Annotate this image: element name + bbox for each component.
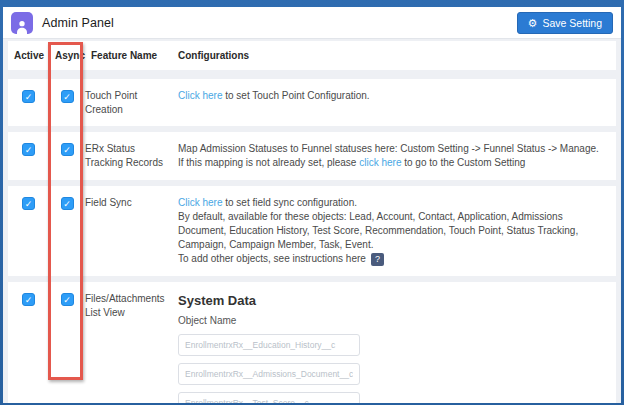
object-name-label: Object Name [178,314,606,328]
table-row-touch-point-creation: ✓ ✓ Touch Point Creation Click here to s… [8,79,616,126]
active-checkbox[interactable]: ✓ [22,143,35,156]
admin-panel: Admin Panel ⚙ Save Setting Active Async … [3,7,621,403]
config-text: to go to the Custom Setting [401,157,525,168]
click-here-link[interactable]: Click here [178,90,222,101]
configuration-cell: Click here to set Touch Point Configurat… [174,89,616,103]
column-header-async: Async [49,50,85,61]
async-checkbox[interactable]: ✓ [61,293,74,306]
config-text-objects: By default, available for these objects:… [178,211,578,250]
admin-avatar-icon [11,12,33,34]
config-text: to set Touch Point Configuration. [222,90,369,101]
save-setting-label: Save Setting [542,17,602,29]
table-row-files-attachments: ✓ ✓ Files/Attachments List View System D… [8,282,616,403]
gear-icon: ⚙ [528,18,538,28]
system-data-heading: System Data [178,292,606,310]
configuration-cell: System Data Object Name + [174,292,616,403]
feature-name-label: ERx Status Tracking Records [85,142,174,169]
page-title: Admin Panel [42,16,114,30]
table-row-field-sync: ✓ ✓ Field Sync Click here to set field s… [8,186,616,276]
async-checkbox[interactable]: ✓ [61,197,74,210]
config-text-instructions: To add other objects, see instructions h… [178,253,366,264]
feature-name-label: Files/Attachments List View [85,292,174,319]
active-checkbox[interactable]: ✓ [22,90,35,103]
object-name-input-education-history[interactable] [178,334,360,356]
object-name-input-admissions-document[interactable] [178,363,360,385]
click-here-link[interactable]: Click here [178,197,222,208]
table-row-erx-status-tracking: ✓ ✓ ERx Status Tracking Records Map Admi… [8,132,616,180]
configuration-cell: Click here to set field sync configurati… [174,196,616,266]
column-header-configurations: Configurations [174,50,616,61]
table-header-row: Active Async Feature Name Configurations [8,41,616,70]
feature-name-label: Field Sync [85,196,174,210]
column-header-active: Active [8,50,49,61]
config-text: to set field sync configuration. [222,197,357,208]
configuration-cell: Map Admission Statuses to Funnel statuse… [174,142,616,170]
async-checkbox[interactable]: ✓ [61,143,74,156]
save-setting-button-top[interactable]: ⚙ Save Setting [517,12,613,34]
feature-name-label: Touch Point Creation [85,89,174,116]
active-checkbox[interactable]: ✓ [22,293,35,306]
panel-header: Admin Panel ⚙ Save Setting [3,7,621,39]
help-icon[interactable]: ? [371,253,384,266]
async-checkbox[interactable]: ✓ [61,90,74,103]
column-header-feature-name: Feature Name [85,50,174,61]
feature-table: Active Async Feature Name Configurations… [3,39,621,403]
object-name-input-test-score[interactable] [178,392,360,403]
click-here-link[interactable]: click here [359,157,401,168]
active-checkbox[interactable]: ✓ [22,197,35,210]
